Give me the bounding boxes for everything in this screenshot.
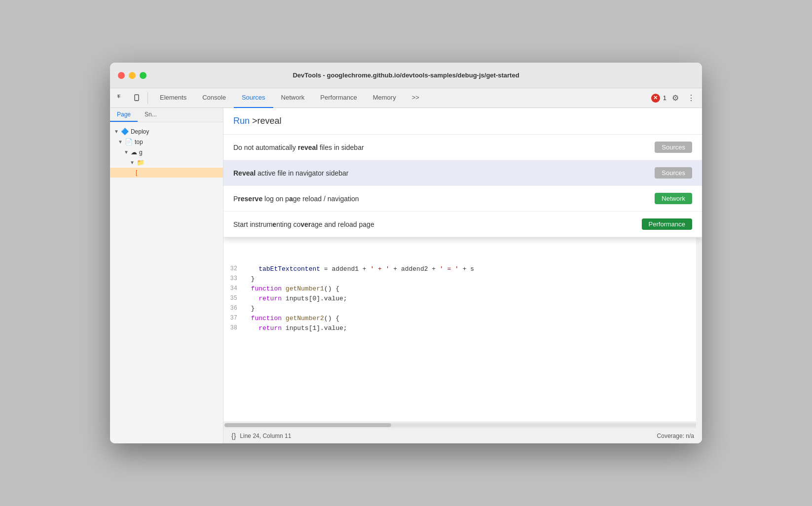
line-number-37: 37 <box>223 315 243 322</box>
subfolder-icon: 📁 <box>137 159 145 166</box>
error-count: 1 <box>663 94 666 102</box>
line-content-35: return inputs[0].value; <box>243 295 702 302</box>
titlebar: DevTools - googlechrome.github.io/devtoo… <box>110 63 702 88</box>
bracket-icon: [ <box>136 169 137 176</box>
maximize-button[interactable] <box>140 72 147 79</box>
tab-console[interactable]: Console <box>194 88 234 108</box>
result-1-text: Do not automatically reveal files in sid… <box>233 144 655 151</box>
device-toggle-icon[interactable] <box>130 91 144 105</box>
line-number-35: 35 <box>223 295 243 302</box>
line-content-36: } <box>243 305 702 312</box>
window-title: DevTools - googlechrome.github.io/devtoo… <box>293 72 519 79</box>
tree-item-selected[interactable]: [ <box>110 168 223 178</box>
toolbar-right: ✕ 1 ⚙ ⋮ <box>651 91 698 105</box>
result-4-match1: e <box>272 220 276 228</box>
command-input-display[interactable]: Run >reveal <box>233 116 692 126</box>
result-3-badge[interactable]: Network <box>655 193 692 204</box>
g-label: g <box>139 149 143 156</box>
result-3-match: reserve <box>238 195 262 203</box>
settings-icon[interactable]: ⚙ <box>668 91 682 105</box>
window-controls <box>118 72 147 79</box>
tree-arrow-g: ▼ <box>124 149 129 155</box>
scrollbar-thumb[interactable] <box>224 423 391 427</box>
file-tree: ▼ 🔷 Deploy ▼ 📄 top ▼ ☁ g ▼ 📁 <box>110 122 223 181</box>
line-number-32: 32 <box>223 265 243 272</box>
line-number-33: 33 <box>223 275 243 282</box>
tab-sources[interactable]: Sources <box>234 88 273 108</box>
tab-elements[interactable]: Elements <box>152 88 194 108</box>
horizontal-scrollbar[interactable] <box>223 422 702 428</box>
line-content-34: function getNumber1() { <box>243 285 702 292</box>
code-line-36: 36 } <box>223 304 702 314</box>
result-2-badge[interactable]: Sources <box>655 167 692 179</box>
tree-arrow-subfolder: ▼ <box>130 160 135 165</box>
command-result-instrumenting[interactable]: Start instrumenting coverage and reload … <box>223 212 702 237</box>
format-icon[interactable]: {} <box>231 432 236 440</box>
top-label: top <box>135 139 143 145</box>
code-line-38: 38 return inputs[1].value; <box>223 324 702 334</box>
result-1-match: reveal <box>298 144 318 151</box>
scrollbar-track <box>224 423 701 427</box>
g-icon: ☁ <box>131 148 137 156</box>
code-line-34: 34 function getNumber1() { <box>223 285 702 294</box>
tab-memory[interactable]: Memory <box>365 88 404 108</box>
result-4-match2: ver <box>300 220 311 228</box>
result-3-text: Preserve log on page reload / navigation <box>233 195 655 203</box>
line-number-38: 38 <box>223 325 243 331</box>
cursor-position: Line 24, Column 11 <box>240 433 291 439</box>
svg-rect-3 <box>118 95 119 98</box>
run-label: Run <box>233 116 252 126</box>
close-button[interactable] <box>118 72 125 79</box>
deploy-label: Deploy <box>131 128 149 135</box>
svg-rect-5 <box>136 100 138 101</box>
tree-item-g[interactable]: ▼ ☁ g <box>110 147 223 157</box>
toolbar-divider-1 <box>148 92 148 104</box>
tab-snippets[interactable]: Sn... <box>138 108 164 122</box>
result-3-match2: a <box>289 195 293 203</box>
command-result-reveal-active[interactable]: Reveal active file in navigator sidebar … <box>223 160 702 186</box>
panel-tabs: Page Sn... <box>110 108 223 122</box>
tree-item-deploy[interactable]: ▼ 🔷 Deploy <box>110 126 223 137</box>
line-content-33: } <box>243 275 702 283</box>
code-line-32: 32 tabEtTextcontent = addend1 + ' + ' + … <box>223 265 702 275</box>
error-badge: ✕ <box>651 94 660 103</box>
tree-item-subfolder[interactable]: ▼ 📁 <box>110 157 223 168</box>
coverage-status: Coverage: n/a <box>657 433 694 439</box>
devtools-window: DevTools - googlechrome.github.io/devtoo… <box>110 63 702 443</box>
tab-bar: Elements Console Sources Network Perform… <box>152 88 649 108</box>
code-line-37: 37 function getNumber2() { <box>223 314 702 324</box>
deploy-icon: 🔷 <box>121 128 129 135</box>
command-query: >reveal <box>252 116 282 126</box>
tab-more[interactable]: >> <box>404 88 427 108</box>
line-content-32: tabEtTextcontent = addend1 + ' + ' + add… <box>243 265 702 273</box>
devtools-toolbar: Elements Console Sources Network Perform… <box>110 88 702 108</box>
result-4-badge[interactable]: Performance <box>642 218 692 230</box>
tab-performance[interactable]: Performance <box>312 88 365 108</box>
result-1-badge[interactable]: Sources <box>655 142 692 153</box>
command-result-do-not-reveal[interactable]: Do not automatically reveal files in sid… <box>223 135 702 160</box>
minimize-button[interactable] <box>129 72 136 79</box>
code-line-35: 35 return inputs[0].value; <box>223 294 702 304</box>
command-palette-input-area: Run >reveal <box>223 108 702 135</box>
result-4-text: Start instrumenting coverage and reload … <box>233 220 642 228</box>
main-content: Page Sn... ▼ 🔷 Deploy ▼ 📄 top ▼ ☁ g <box>110 108 702 443</box>
line-number-36: 36 <box>223 305 243 312</box>
result-2-text: Reveal active file in navigator sidebar <box>233 169 655 177</box>
command-result-preserve-log[interactable]: Preserve log on page reload / navigation… <box>223 186 702 212</box>
right-panel: Run >reveal Do not automatically reveal … <box>223 108 702 443</box>
code-line-33: 33 } <box>223 275 702 285</box>
tree-item-top[interactable]: ▼ 📄 top <box>110 137 223 147</box>
code-editor[interactable]: 32 tabEtTextcontent = addend1 + ' + ' + … <box>223 261 702 422</box>
more-options-icon[interactable]: ⋮ <box>684 91 698 105</box>
result-2-match: Reveal <box>233 169 256 177</box>
line-content-37: function getNumber2() { <box>243 315 702 322</box>
top-icon: 📄 <box>125 138 133 145</box>
line-number-34: 34 <box>223 285 243 292</box>
command-palette: Run >reveal Do not automatically reveal … <box>223 108 702 238</box>
tab-network[interactable]: Network <box>273 88 313 108</box>
pointer-tool-icon[interactable] <box>114 91 128 105</box>
tree-arrow-deploy: ▼ <box>114 129 119 134</box>
status-left: {} Line 24, Column 11 <box>231 432 291 440</box>
tree-arrow-top: ▼ <box>118 139 123 145</box>
tab-page[interactable]: Page <box>110 108 138 122</box>
